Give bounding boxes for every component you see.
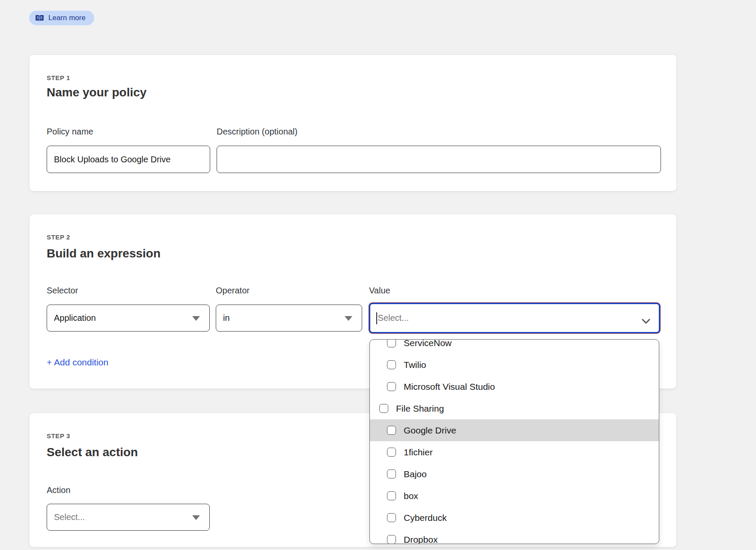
value-dropdown-panel: ServiceNow Twilio Microsoft Visual Studi…: [369, 339, 659, 544]
dropdown-option[interactable]: ServiceNow: [370, 339, 659, 354]
chevron-down-icon: [642, 316, 650, 326]
dropdown-option-label: File Sharing: [396, 404, 444, 414]
checkbox[interactable]: [387, 491, 396, 500]
text-cursor: [376, 312, 377, 324]
description-label: Description (optional): [217, 127, 298, 137]
chevron-down-icon: [192, 316, 200, 321]
step2-title: Build an expression: [47, 247, 161, 260]
checkbox[interactable]: [387, 339, 396, 347]
action-label: Action: [47, 485, 71, 495]
checkbox[interactable]: [387, 426, 396, 435]
description-input[interactable]: [217, 146, 661, 173]
dropdown-option-label: Dropbox: [404, 535, 438, 544]
dropdown-option-label: Google Drive: [404, 425, 456, 436]
step2-label: STEP 2: [47, 233, 70, 241]
value-dropdown-list: ServiceNow Twilio Microsoft Visual Studi…: [370, 339, 659, 544]
policy-name-input[interactable]: [47, 146, 210, 173]
value-label: Value: [369, 286, 390, 296]
dropdown-option[interactable]: Dropbox: [370, 529, 659, 544]
checkbox[interactable]: [387, 448, 396, 457]
step1-label: STEP 1: [47, 74, 70, 81]
checkbox[interactable]: [387, 535, 396, 544]
operator-label: Operator: [216, 286, 250, 296]
dropdown-option[interactable]: 1fichier: [370, 441, 659, 463]
checkbox[interactable]: [387, 513, 396, 522]
dropdown-option[interactable]: Microsoft Visual Studio: [370, 376, 659, 398]
selector-label: Selector: [47, 286, 78, 296]
dropdown-option-label: 1fichier: [404, 447, 433, 457]
step3-title: Select an action: [47, 445, 138, 459]
action-select[interactable]: Select...: [47, 504, 210, 531]
step1-card: STEP 1 Name your policy Policy name Desc…: [29, 54, 677, 191]
dropdown-option[interactable]: box: [370, 485, 659, 507]
dropdown-option-label: Microsoft Visual Studio: [404, 382, 495, 392]
dropdown-option-label: Twilio: [404, 360, 426, 370]
selector-select[interactable]: Application: [47, 305, 210, 332]
value-multiselect[interactable]: Select...: [369, 303, 660, 333]
step1-title: Name your policy: [47, 86, 146, 99]
add-condition-link[interactable]: + Add condition: [47, 357, 108, 368]
checkbox[interactable]: [387, 469, 396, 478]
action-placeholder: Select...: [54, 512, 85, 522]
dropdown-option-label: box: [404, 491, 418, 501]
dropdown-option[interactable]: Google Drive: [370, 419, 659, 441]
learn-more-button[interactable]: Learn more: [29, 11, 94, 25]
policy-name-label: Policy name: [47, 127, 93, 137]
dropdown-option-label: ServiceNow: [404, 339, 452, 348]
step3-label: STEP 3: [47, 432, 70, 439]
dropdown-option-label: Bajoo: [404, 469, 427, 479]
operator-value: in: [223, 313, 230, 323]
book-icon: [35, 15, 44, 22]
checkbox[interactable]: [387, 360, 396, 369]
value-placeholder: Select...: [378, 313, 409, 323]
dropdown-option-label: Cyberduck: [404, 513, 446, 523]
dropdown-option[interactable]: Bajoo: [370, 463, 659, 485]
checkbox[interactable]: [387, 382, 396, 391]
dropdown-option[interactable]: Twilio: [370, 354, 659, 376]
chevron-down-icon: [192, 515, 200, 520]
chevron-down-icon: [345, 316, 352, 321]
checkbox[interactable]: [379, 404, 388, 413]
operator-select[interactable]: in: [216, 305, 362, 332]
selector-value: Application: [54, 313, 96, 323]
dropdown-option[interactable]: File Sharing: [370, 398, 659, 419]
learn-more-label: Learn more: [48, 14, 86, 22]
dropdown-option[interactable]: Cyberduck: [370, 507, 659, 529]
